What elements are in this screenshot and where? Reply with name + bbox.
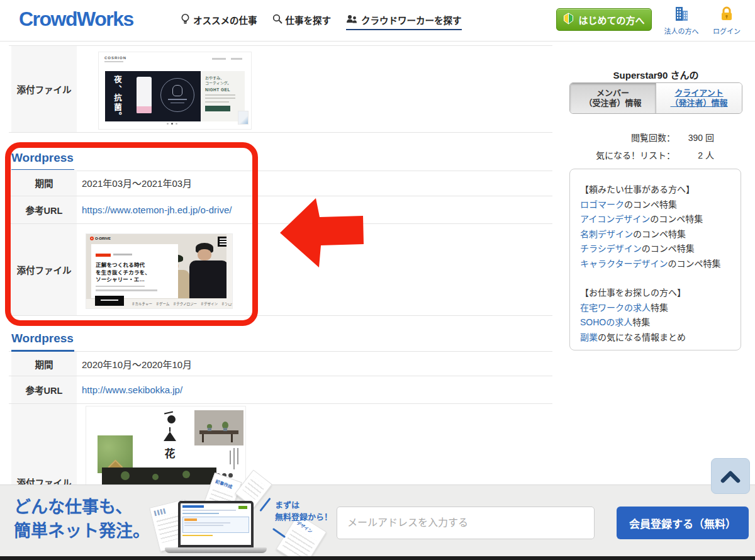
laptop-illustration bbox=[178, 501, 254, 547]
chevron-up-icon bbox=[718, 469, 743, 483]
tab-client-info[interactable]: クライアント （発注者）情報 bbox=[656, 83, 742, 113]
table-row-url-2: 参考URL http://www.sekibokka.jp/ bbox=[9, 376, 552, 404]
links-heading-clients: 【頼みたい仕事がある方へ】 bbox=[580, 182, 730, 198]
table-row-url-1: 参考URL https://www.otemon-jh.ed.jp/o-driv… bbox=[9, 196, 552, 224]
period-value: 2021年03月～2021年03月 bbox=[82, 170, 192, 196]
reference-url-link[interactable]: https://www.otemon-jh.ed.jp/o-drive/ bbox=[82, 204, 232, 215]
profile-stats: 閲覧回数： 390 回 気になる！リスト： 2 人 bbox=[579, 129, 714, 164]
link-soho-jobs[interactable]: SOHOの求人 bbox=[580, 317, 632, 327]
handwriting-note: まずは 無料登録から！ bbox=[275, 499, 332, 523]
nav-item-search-jobs[interactable]: 仕事を探す bbox=[272, 13, 332, 29]
lightbulb-icon bbox=[181, 13, 190, 26]
scroll-to-top-button[interactable] bbox=[711, 458, 750, 494]
building-icon bbox=[673, 6, 690, 24]
table-row-period-2: 期間 2020年10月～2020年10月 bbox=[9, 352, 552, 376]
tab-member-info[interactable]: メンバー （受注者）情報 bbox=[570, 83, 656, 113]
handwriting-accent bbox=[259, 498, 271, 512]
link-logo-compe[interactable]: ロゴマーク bbox=[580, 199, 624, 210]
handwriting-accent bbox=[272, 528, 286, 538]
attachment-image-cosrion[interactable]: COSRION 夜、抗菌。 おやすみ、 コーティング。 NIGHT GEL bbox=[99, 52, 251, 129]
signup-button[interactable]: 会員登録する（無料） bbox=[617, 507, 749, 539]
footer-bottom-bar bbox=[0, 556, 755, 560]
view-count-value: 390 回 bbox=[675, 129, 714, 147]
attachment-image-odrive[interactable]: O-DRIVE 正解をつくれる時代 を生き抜くチカラを、 ソーシャリー・エ… ＃… bbox=[86, 234, 232, 308]
favorite-count-row: 気になる！リスト： 2 人 bbox=[579, 147, 714, 164]
section-heading-wordpress-1: Wordpress bbox=[9, 142, 552, 171]
crowdworks-logo[interactable]: CrowdWorks bbox=[19, 8, 133, 31]
cosrion-tooth-circle bbox=[160, 78, 194, 112]
cosrion-site-logo: COSRION bbox=[104, 56, 126, 60]
sekibokka-site-logo: 花 bbox=[160, 412, 179, 461]
link-zaitaku-jobs[interactable]: 在宅ワークの求人 bbox=[580, 303, 651, 313]
table-row-attachment-prev: 添付ファイル COSRION 夜、抗菌。 おやすみ、 コーティング。 NIGHT… bbox=[9, 45, 552, 133]
link-chirashi-compe[interactable]: チラシデザイン bbox=[580, 244, 642, 254]
footer-tagline: どんな仕事も、 簡単ネット発注。 bbox=[14, 495, 150, 543]
lock-icon bbox=[720, 6, 734, 24]
links-heading-workers: 【お仕事をお探しの方へ】 bbox=[580, 286, 730, 301]
period-value: 2020年10月～2020年10月 bbox=[82, 352, 192, 376]
nav-item-recommended-jobs[interactable]: オススメの仕事 bbox=[181, 13, 257, 29]
attachment-label: 添付ファイル bbox=[11, 46, 77, 132]
favorite-count-value: 2 人 bbox=[675, 147, 714, 164]
link-fukugyo-info[interactable]: 副業 bbox=[580, 332, 598, 342]
portfolio-table: 添付ファイル COSRION 夜、抗菌。 おやすみ、 コーティング。 NIGHT… bbox=[9, 42, 552, 560]
email-input[interactable] bbox=[337, 507, 595, 539]
nav-item-search-crowdworkers[interactable]: クラウドワーカーを探す bbox=[346, 13, 462, 30]
corporate-link[interactable]: 法人の方へ bbox=[659, 6, 703, 36]
cosrion-tube bbox=[137, 77, 152, 113]
view-count-row: 閲覧回数： 390 回 bbox=[579, 129, 714, 147]
link-icon-compe[interactable]: アイコンデザイン bbox=[580, 214, 650, 224]
odrive-site-logo: O-DRIVE bbox=[90, 237, 111, 240]
reference-url-link[interactable]: http://www.sekibokka.jp/ bbox=[82, 384, 182, 395]
table-row-attachment-1: 添付ファイル O-DRIVE 正解をつくれる時代 を生き抜くチカラを、 ソーシャ… bbox=[9, 224, 552, 316]
beginner-mark-icon bbox=[563, 13, 574, 26]
header-nav: オススメの仕事 仕事を探す クラウドワーカーを探す bbox=[181, 13, 462, 30]
link-meishi-compe[interactable]: 名刺デザイン bbox=[580, 229, 633, 239]
profile-tabs: メンバー （受注者）情報 クライアント （発注者）情報 bbox=[569, 82, 742, 114]
login-link[interactable]: ログイン bbox=[705, 6, 749, 36]
table-row-period-1: 期間 2021年03月～2021年03月 bbox=[9, 170, 552, 196]
beginner-guide-button[interactable]: はじめての方へ bbox=[556, 8, 652, 31]
section-heading-wordpress-2: Wordpress bbox=[9, 316, 552, 352]
profile-owner-title: Superstar90 さんの bbox=[569, 68, 742, 81]
site-header: CrowdWorks オススメの仕事 仕事を探す クラウドワーカーを探す はじめ… bbox=[0, 0, 755, 42]
cosrion-hero: 夜、抗菌。 bbox=[105, 71, 201, 121]
odrive-article-card: 正解をつくれる時代 を生き抜くチカラを、 ソーシャリー・エ… bbox=[91, 244, 178, 302]
feature-links-box: 【頼みたい仕事がある方へ】 ロゴマークのコンペ特集 アイコンデザインのコンペ特集… bbox=[569, 169, 741, 350]
people-icon bbox=[346, 14, 358, 26]
search-icon bbox=[272, 14, 282, 26]
link-character-compe[interactable]: キャラクターデザイン bbox=[580, 259, 668, 269]
signup-footer: どんな仕事も、 簡単ネット発注。 ▌▌▌▌ 記事作成 デザイン まずは 無料登録… bbox=[0, 484, 755, 556]
